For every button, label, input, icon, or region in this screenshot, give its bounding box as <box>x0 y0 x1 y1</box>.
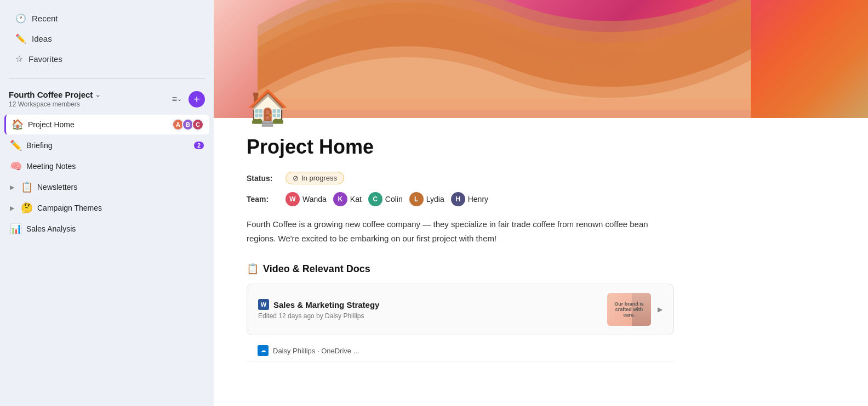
sidebar-pages: 🏠 Project Home A B C ✏️ Briefing 2 🧠 Mee… <box>0 112 214 242</box>
status-value: In progress <box>301 174 337 182</box>
project-home-avatars: A B C <box>174 119 204 131</box>
campaign-themes-icon: 🤔 <box>21 202 33 214</box>
doc-thumb-text: Our brand is crafted with care. <box>609 301 649 318</box>
status-label: Status: <box>247 174 277 183</box>
workspace-actions: ≡ ⌄ + <box>170 91 205 108</box>
recent-icon: 🕐 <box>15 13 26 24</box>
status-badge[interactable]: ⊘ In progress <box>285 172 344 184</box>
sidebar-item-newsletters[interactable]: ▶ 📋 Newsletters <box>4 177 209 197</box>
sidebar-item-ideas[interactable]: ✏️ Ideas <box>9 29 205 48</box>
sales-analysis-label: Sales Analysis <box>26 224 204 233</box>
workspace-chevron-icon: ⌄ <box>95 91 101 99</box>
briefing-label: Briefing <box>26 141 190 150</box>
doc-card-thumbnail: Our brand is crafted with care. <box>607 293 651 326</box>
team-member-colin[interactable]: C Colin <box>368 192 403 206</box>
meeting-notes-icon: 🧠 <box>10 160 22 172</box>
member-name-wanda: Wanda <box>302 195 327 204</box>
avatar-wanda: W <box>285 192 300 206</box>
sales-analysis-icon: 📊 <box>10 223 22 235</box>
team-member-wanda[interactable]: W Wanda <box>285 192 327 206</box>
workspace-header: Fourth Coffee Project ⌄ 12 Workspace mem… <box>0 83 214 112</box>
section-title: Video & Relevant Docs <box>263 263 370 275</box>
sidebar-item-sales-analysis[interactable]: 📊 Sales Analysis <box>4 219 209 239</box>
page-icon-large: 🏠 <box>247 91 835 125</box>
doc-card-meta: Edited 12 days ago by Daisy Phillips <box>258 312 379 320</box>
project-home-label: Project Home <box>28 120 170 129</box>
newsletters-icon: 📋 <box>21 181 33 193</box>
page-title: Project Home <box>247 136 674 159</box>
doc-card-2-label: Daisy Phillips · OneDrive ... <box>273 347 359 355</box>
campaign-themes-expand-icon: ▶ <box>10 205 14 212</box>
section-heading: 📋 Video & Relevant Docs <box>247 263 674 275</box>
page-icon-container: 🏠 <box>214 91 868 125</box>
avatar-henry: H <box>451 192 465 206</box>
project-home-icon: 🏠 <box>12 119 24 131</box>
avatar-lydia: L <box>409 192 424 206</box>
doc-card-left: W Sales & Marketing Strategy Edited 12 d… <box>258 299 379 320</box>
content-area: Project Home Status: ⊘ In progress Team:… <box>214 125 707 384</box>
doc-card-right: Our brand is crafted with care. ▶ <box>607 293 663 326</box>
section-icon: 📋 <box>247 263 259 275</box>
avatar-3: C <box>192 119 204 131</box>
workspace-menu-button[interactable]: ≡ ⌄ <box>170 92 184 106</box>
team-member-lydia[interactable]: L Lydia <box>409 192 444 206</box>
description-text: Fourth Coffee is a growing new coffee co… <box>247 217 652 245</box>
sidebar-item-briefing[interactable]: ✏️ Briefing 2 <box>4 136 209 155</box>
member-name-kat: Kat <box>350 195 362 204</box>
team-member-henry[interactable]: H Henry <box>451 192 488 206</box>
sidebar-item-favorites-label: Favorites <box>28 54 62 64</box>
in-progress-icon: ⊘ <box>293 174 299 182</box>
workspace-title-block: Fourth Coffee Project ⌄ 12 Workspace mem… <box>9 90 101 108</box>
doc-card-2[interactable]: ☁ Daisy Phillips · OneDrive ... <box>247 340 674 362</box>
avatar-kat: K <box>333 192 347 206</box>
main-content: 🏠 Project Home Status: ⊘ In progress Tea… <box>214 0 868 406</box>
team-member-kat[interactable]: K Kat <box>333 192 362 206</box>
sidebar-item-recent[interactable]: 🕐 Recent <box>9 9 205 28</box>
chevron-down-icon: ⌄ <box>177 95 182 103</box>
plus-icon: + <box>193 94 200 105</box>
sidebar-item-meeting-notes[interactable]: 🧠 Meeting Notes <box>4 156 209 176</box>
newsletters-expand-icon: ▶ <box>10 184 14 191</box>
menu-icon: ≡ <box>172 94 177 104</box>
team-label: Team: <box>247 195 277 204</box>
top-nav: 🕐 Recent ✏️ Ideas ☆ Favorites <box>0 4 214 74</box>
workspace-name[interactable]: Fourth Coffee Project ⌄ <box>9 90 101 99</box>
ideas-icon: ✏️ <box>15 33 26 44</box>
member-name-colin: Colin <box>385 195 403 204</box>
sidebar-item-project-home[interactable]: 🏠 Project Home A B C <box>4 115 209 134</box>
doc-card-chevron-icon: ▶ <box>658 306 663 313</box>
doc-card[interactable]: W Sales & Marketing Strategy Edited 12 d… <box>247 284 674 335</box>
team-members: W Wanda K Kat C Colin L Lydia H Henry <box>285 192 488 206</box>
member-name-lydia: Lydia <box>426 195 444 204</box>
member-name-henry: Henry <box>468 195 488 204</box>
onedrive-icon: ☁ <box>258 345 269 356</box>
sidebar-item-favorites[interactable]: ☆ Favorites <box>9 49 205 69</box>
campaign-themes-label: Campaign Themes <box>37 204 204 212</box>
avatar-colin: C <box>368 192 382 206</box>
add-page-button[interactable]: + <box>189 91 205 108</box>
team-row: Team: W Wanda K Kat C Colin L Lydia <box>247 192 674 206</box>
sidebar-divider <box>9 78 205 79</box>
briefing-icon: ✏️ <box>10 139 22 151</box>
newsletters-label: Newsletters <box>37 183 204 191</box>
doc-card-title: W Sales & Marketing Strategy <box>258 299 379 310</box>
meeting-notes-label: Meeting Notes <box>26 162 204 171</box>
briefing-badge: 2 <box>194 142 204 149</box>
sidebar-item-campaign-themes[interactable]: ▶ 🤔 Campaign Themes <box>4 198 209 218</box>
sidebar-item-ideas-label: Ideas <box>32 34 52 43</box>
favorites-icon: ☆ <box>15 54 23 64</box>
sidebar: 🕐 Recent ✏️ Ideas ☆ Favorites Fourth Cof… <box>0 0 214 406</box>
status-row: Status: ⊘ In progress <box>247 172 674 184</box>
workspace-members: 12 Workspace members <box>9 100 101 108</box>
word-icon: W <box>258 299 269 310</box>
sidebar-item-recent-label: Recent <box>32 14 58 23</box>
